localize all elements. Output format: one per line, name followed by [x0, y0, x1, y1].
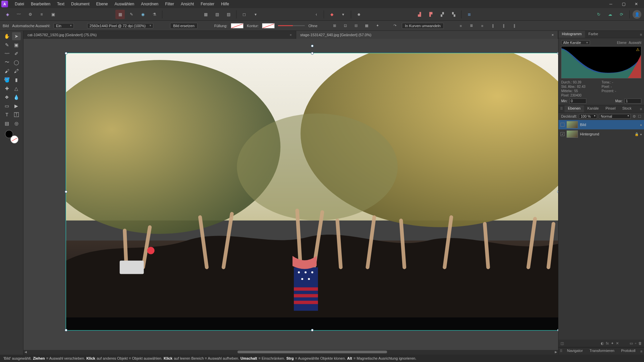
eraser-tool[interactable]: ▭	[3, 102, 11, 110]
align-icon[interactable]: ≣	[465, 10, 474, 19]
photo-persona-icon[interactable]: ◈	[3, 10, 12, 19]
reselect-icon[interactable]: ▨	[224, 10, 233, 19]
cloud-icon[interactable]: ☁	[605, 10, 615, 19]
level-button[interactable]: Ebene	[617, 41, 627, 45]
insert-front-icon[interactable]: ▛	[426, 10, 435, 19]
hide-selection-icon[interactable]: ⊟	[352, 22, 360, 29]
tab-color[interactable]: Farbe	[585, 31, 601, 38]
tab-stage[interactable]: stage-1531427_640.jpg [Geändert] (57.0%)…	[296, 31, 558, 39]
pen-tool[interactable]: 〰	[3, 50, 11, 58]
insert-behind-icon[interactable]: ▟	[415, 10, 424, 19]
frame-text-tool[interactable]: 🅃	[12, 111, 21, 119]
pencil-tool[interactable]: ✐	[12, 50, 21, 58]
close-icon[interactable]: ×	[552, 33, 554, 37]
view-tool[interactable]: ✋	[3, 32, 11, 40]
lock-children-icon[interactable]: ⊞	[331, 22, 338, 29]
lock-icon[interactable]: 🔒	[635, 132, 639, 136]
picker-tool[interactable]: ◎	[12, 119, 21, 127]
menu-fenster[interactable]: Fenster	[197, 0, 218, 8]
stroke-width-slider[interactable]	[278, 25, 305, 26]
healing-tool[interactable]: ✚	[3, 84, 11, 93]
to-curves-button[interactable]: In Kurven umwandeln	[402, 23, 443, 29]
scroll-right-icon[interactable]: ▶	[555, 350, 557, 354]
align-center-icon[interactable]: ≣	[468, 22, 475, 29]
dimensions-dropdown[interactable]: 2560x1440 Pixel @ 72 dpi (100%)	[87, 23, 153, 28]
cycle-icon[interactable]: ✦	[374, 22, 381, 29]
menu-text[interactable]: Text	[54, 0, 68, 8]
adjust-icon[interactable]: ◐	[601, 341, 604, 346]
tone-persona-icon[interactable]: ≡	[37, 10, 46, 19]
handle-bl[interactable]	[65, 329, 67, 331]
menu-anordnen[interactable]: Anordnen	[138, 0, 162, 8]
handle-rotate[interactable]	[311, 45, 314, 47]
fill-tool[interactable]: 🪣	[3, 76, 11, 84]
tab-stock[interactable]: Stock	[619, 105, 635, 112]
checkbox-icon[interactable]: ☐	[638, 114, 641, 118]
tab-protocol[interactable]: Protokoll	[618, 348, 639, 355]
develop-persona-icon[interactable]: ⚙	[25, 10, 35, 19]
account-avatar[interactable]: 👤	[633, 10, 641, 19]
fill-swatch[interactable]	[231, 23, 244, 28]
panel-menu-icon[interactable]: ≡	[638, 31, 644, 38]
opacity-dropdown[interactable]: 100 %	[579, 114, 597, 119]
quickmask-icon[interactable]: ◻	[239, 10, 249, 19]
canvas-viewport[interactable]	[23, 39, 558, 350]
mesh-tool[interactable]: ▤	[3, 119, 11, 127]
panel-menu-icon[interactable]: ≡	[638, 105, 644, 112]
fg-bg-swatch[interactable]	[5, 130, 18, 143]
layer-item-bild[interactable]: Bild ●	[558, 120, 644, 129]
layer-item-hintergrund[interactable]: ✓ Hintergrund 🔒●	[558, 129, 644, 139]
eyedropper-icon[interactable]: ✎	[127, 10, 136, 19]
menu-dokument[interactable]: Dokument	[68, 0, 93, 8]
tab-navigator[interactable]: Navigator	[564, 348, 586, 355]
export-persona-icon[interactable]: ▣	[48, 10, 58, 19]
text-tool[interactable]: T	[3, 111, 11, 119]
panel-dock-icon[interactable]: ⠿	[558, 348, 564, 355]
group-icon[interactable]: ▭	[630, 341, 633, 346]
shape-tool[interactable]: ▶	[12, 102, 21, 110]
gradient-tool[interactable]: ▮	[12, 76, 21, 84]
close-icon[interactable]: ×	[290, 33, 292, 37]
autoselect-dropdown[interactable]: Ein	[54, 23, 74, 28]
smudge-tool[interactable]: 💧	[12, 93, 21, 101]
move-tool[interactable]: ➤	[12, 32, 21, 40]
tab-histogram[interactable]: Histogramm	[558, 31, 585, 38]
tag-icon[interactable]: ✕	[616, 341, 619, 346]
tab-layers[interactable]: Ebenen	[565, 105, 584, 112]
add-layer-icon[interactable]: ▫	[635, 341, 636, 345]
handle-br[interactable]	[557, 329, 558, 331]
select-button[interactable]: Auswahl	[629, 41, 641, 45]
menu-ebene[interactable]: Ebene	[93, 0, 111, 8]
insert-inside-icon[interactable]: ▞	[437, 10, 447, 19]
visibility-icon[interactable]: ●	[640, 123, 642, 127]
menu-hilfe[interactable]: Hilfe	[218, 0, 232, 8]
max-input[interactable]	[625, 99, 641, 104]
scroll-left-icon[interactable]: ◀	[24, 350, 27, 354]
colorwheel-icon[interactable]: ◉	[138, 10, 148, 19]
align-mid-icon[interactable]: ‖	[500, 22, 507, 29]
lens-icon[interactable]: ⚗	[150, 10, 159, 19]
replace-image-button[interactable]: Bild ersetzen	[170, 23, 198, 29]
color-brush-tool[interactable]: 🖍	[12, 67, 21, 75]
deselect-icon[interactable]: ▧	[212, 10, 222, 19]
mask-icon[interactable]: ◫	[560, 341, 564, 346]
align-right-icon[interactable]: ≡	[479, 22, 486, 29]
clone-tool[interactable]: ❖	[3, 93, 11, 101]
liquify-persona-icon[interactable]: 〰	[14, 10, 23, 19]
snapping-icon[interactable]: ◆	[327, 10, 336, 19]
align-top-icon[interactable]: ‖	[489, 22, 497, 29]
delete-layer-icon[interactable]: 🗑	[638, 341, 642, 345]
freehand-tool[interactable]: 〜	[3, 58, 11, 66]
tab-brushes[interactable]: Pinsel	[602, 105, 619, 112]
menu-bearbeiten[interactable]: Bearbeiten	[28, 0, 54, 8]
grid-icon[interactable]: ▦	[363, 22, 370, 29]
visibility-icon[interactable]: ●	[640, 132, 642, 136]
node-tool[interactable]: ✎	[3, 41, 11, 49]
blur-tool[interactable]: △	[12, 84, 21, 93]
assistant-icon[interactable]: ☻	[354, 10, 364, 19]
canvas-image[interactable]	[66, 53, 558, 330]
insert-top-icon[interactable]: ▚	[449, 10, 458, 19]
align-left-icon[interactable]: ≡	[457, 22, 465, 29]
align-bot-icon[interactable]: ‖	[511, 22, 518, 29]
handle-ml[interactable]	[65, 190, 67, 193]
